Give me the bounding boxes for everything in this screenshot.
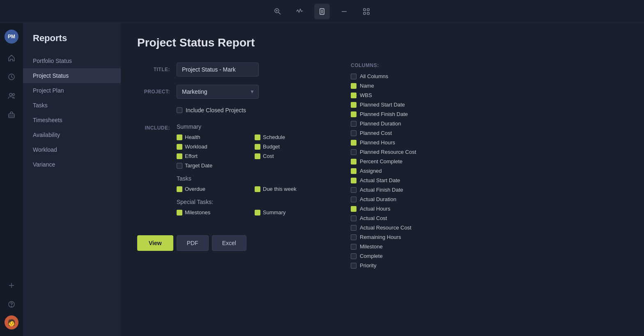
tasks-group-title: Tasks	[177, 175, 326, 182]
column-planned-start: Planned Start Date	[351, 102, 628, 108]
actual-cost-label: Actual Cost	[360, 215, 387, 221]
project-row: PROJECT: Marketing Development Sales HR …	[137, 85, 326, 99]
planned-resource-cost-checkbox[interactable]	[351, 149, 356, 155]
excel-button[interactable]: Excel	[212, 235, 246, 251]
columns-label: COLUMNS:	[351, 63, 628, 68]
clock-button[interactable]	[4, 69, 19, 85]
columns-panel: COLUMNS: All Columns Name WBS	[351, 63, 628, 269]
pm-logo: PM	[5, 30, 18, 44]
target-date-checkbox[interactable]	[177, 163, 182, 169]
svg-rect-11	[363, 12, 366, 14]
milestones-label: Milestones	[185, 209, 210, 216]
icon-nav: PM	[0, 23, 23, 336]
health-label: Health	[185, 134, 200, 140]
avatar[interactable]: 🧑	[5, 315, 18, 329]
include-closed-label: Include Closed Projects	[186, 107, 246, 114]
help-button[interactable]	[4, 297, 19, 312]
briefcase-button[interactable]	[4, 107, 19, 123]
remaining-hours-label: Remaining Hours	[360, 234, 401, 240]
assigned-checkbox[interactable]	[351, 168, 356, 174]
complete-label: Complete	[360, 253, 383, 259]
layout-button[interactable]	[359, 4, 374, 19]
due-this-week-checkbox[interactable]	[255, 186, 260, 192]
include-schedule: Schedule	[255, 134, 326, 140]
view-button[interactable]: View	[137, 235, 173, 251]
column-planned-resource-cost: Planned Resource Cost	[351, 149, 628, 155]
column-all: All Columns	[351, 73, 628, 79]
all-columns-checkbox[interactable]	[351, 74, 356, 79]
overdue-checkbox[interactable]	[177, 186, 182, 192]
budget-checkbox[interactable]	[255, 144, 260, 150]
sidebar-item-project-plan[interactable]: Project Plan	[23, 83, 121, 98]
sidebar-item-availability[interactable]: Availability	[23, 127, 121, 142]
planned-start-label: Planned Start Date	[360, 102, 405, 108]
remaining-hours-checkbox[interactable]	[351, 234, 356, 240]
actual-cost-checkbox[interactable]	[351, 216, 356, 221]
wbs-label: WBS	[360, 92, 372, 98]
tasks-items: Overdue Due this week	[177, 186, 326, 192]
column-actual-finish: Actual Finish Date	[351, 187, 628, 193]
actual-duration-label: Actual Duration	[360, 196, 396, 202]
milestones-checkbox[interactable]	[177, 210, 182, 216]
actual-hours-checkbox[interactable]	[351, 206, 356, 212]
name-col-label: Name	[360, 83, 374, 89]
include-grid: Summary Health Schedule Workload	[177, 123, 326, 222]
svg-rect-10	[367, 9, 369, 11]
sidebar-item-portfolio-status[interactable]: Portfolio Status	[23, 53, 121, 68]
title-row: TITLE:	[137, 63, 326, 76]
actual-duration-checkbox[interactable]	[351, 197, 356, 202]
sidebar-item-workload[interactable]: Workload	[23, 142, 121, 157]
column-planned-cost: Planned Cost	[351, 130, 628, 136]
sidebar-item-tasks[interactable]: Tasks	[23, 98, 121, 113]
planned-cost-label: Planned Cost	[360, 130, 392, 136]
priority-label: Priority	[360, 262, 376, 269]
activity-button[interactable]	[292, 4, 308, 19]
link-button[interactable]	[336, 4, 352, 19]
include-closed-row: Include Closed Projects	[177, 107, 326, 114]
actual-resource-cost-checkbox[interactable]	[351, 225, 356, 231]
include-milestones: Milestones	[177, 209, 248, 216]
target-date-label: Target Date	[185, 162, 212, 169]
clipboard-button[interactable]	[314, 4, 330, 19]
name-checkbox[interactable]	[351, 83, 356, 89]
project-select[interactable]: Marketing Development Sales HR	[177, 85, 259, 99]
column-complete: Complete	[351, 253, 628, 259]
summary-checkbox[interactable]	[255, 210, 260, 216]
actual-finish-checkbox[interactable]	[351, 187, 356, 193]
milestone-checkbox[interactable]	[351, 244, 356, 250]
column-remaining-hours: Remaining Hours	[351, 234, 628, 240]
add-button[interactable]	[4, 278, 19, 293]
planned-finish-checkbox[interactable]	[351, 111, 356, 117]
sidebar-item-timesheets[interactable]: Timesheets	[23, 113, 121, 127]
planned-hours-label: Planned Hours	[360, 139, 395, 146]
percent-complete-checkbox[interactable]	[351, 159, 356, 165]
sidebar-item-project-status[interactable]: Project Status	[23, 68, 121, 83]
complete-checkbox[interactable]	[351, 253, 356, 259]
priority-checkbox[interactable]	[351, 263, 356, 269]
planned-hours-checkbox[interactable]	[351, 140, 356, 146]
workload-checkbox[interactable]	[177, 144, 182, 150]
planned-duration-checkbox[interactable]	[351, 121, 356, 127]
actual-start-label: Actual Start Date	[360, 177, 400, 183]
main-content: Project Status Report TITLE: PROJECT: Ma…	[121, 23, 644, 336]
include-closed-checkbox[interactable]	[177, 107, 182, 113]
planned-start-checkbox[interactable]	[351, 102, 356, 108]
wbs-checkbox[interactable]	[351, 93, 356, 98]
column-actual-duration: Actual Duration	[351, 196, 628, 202]
svg-point-21	[12, 306, 12, 307]
search-zoom-button[interactable]	[270, 4, 285, 19]
pdf-button[interactable]: PDF	[177, 235, 209, 251]
schedule-checkbox[interactable]	[255, 134, 260, 140]
svg-rect-9	[363, 9, 366, 11]
effort-checkbox[interactable]	[177, 153, 182, 159]
health-checkbox[interactable]	[177, 134, 182, 140]
title-input[interactable]	[177, 63, 259, 76]
svg-rect-12	[367, 12, 369, 14]
planned-cost-checkbox[interactable]	[351, 130, 356, 136]
home-button[interactable]	[4, 50, 19, 66]
include-overdue: Overdue	[177, 186, 248, 192]
sidebar-item-variance[interactable]: Variance	[23, 157, 121, 172]
cost-checkbox[interactable]	[255, 153, 260, 159]
users-button[interactable]	[4, 88, 19, 104]
actual-start-checkbox[interactable]	[351, 178, 356, 183]
